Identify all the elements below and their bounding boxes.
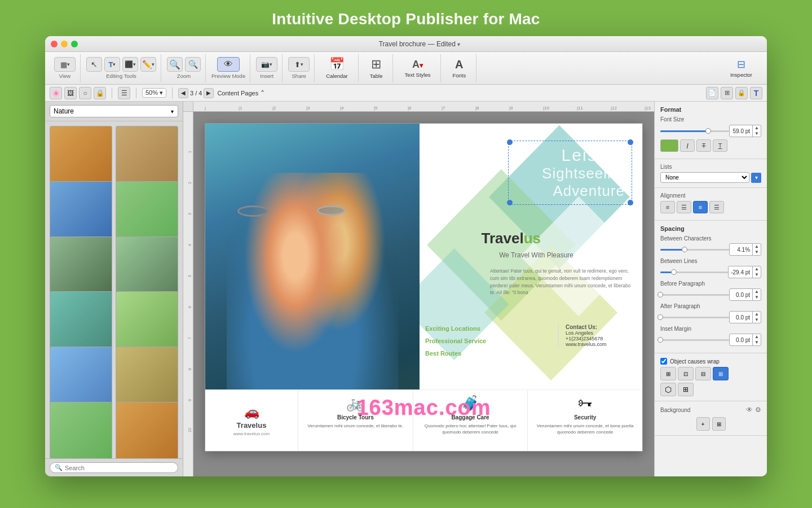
lock-icon-btn[interactable]: 🔒 bbox=[735, 87, 748, 99]
calendar-button[interactable]: 📅 Calendar bbox=[320, 56, 354, 80]
font-size-down[interactable]: ▼ bbox=[752, 131, 761, 137]
inset-margin-stepper[interactable]: 0.0 pt ▲ ▼ bbox=[729, 334, 761, 346]
minimize-button[interactable] bbox=[61, 41, 68, 47]
wrap-inline-btn[interactable]: ⊞ bbox=[660, 367, 676, 380]
chars-up[interactable]: ▲ bbox=[752, 244, 761, 249]
between-chars-stepper[interactable]: 4.1% ▲ ▼ bbox=[729, 243, 761, 256]
font-size-up[interactable]: ▲ bbox=[752, 125, 761, 131]
prev-page-button[interactable]: ◀ bbox=[178, 88, 188, 98]
zoom-in-button[interactable]: 🔍 bbox=[167, 57, 183, 72]
wrap-top-btn[interactable]: ⊟ bbox=[695, 367, 711, 380]
text-tool-button[interactable]: T ▾ bbox=[104, 57, 120, 72]
inspector-button[interactable]: ⊟ Inspector bbox=[725, 57, 758, 79]
canvas-area[interactable]: | |1 |2 |3 |4 |5 |6 |7 |8 |9 |10 |11 |12… bbox=[183, 102, 654, 476]
background-visibility-btn[interactable]: 👁 bbox=[746, 406, 753, 414]
lists-section: Lists None ▾ bbox=[655, 159, 767, 188]
font-size-stepper[interactable]: 59.0 pt ▲ ▼ bbox=[729, 125, 761, 137]
lock-media-btn[interactable]: 🔒 bbox=[94, 87, 106, 99]
contact-section: Contact Us: Los Angeles +1(234)2345678 w… bbox=[558, 324, 634, 347]
text-format-icon-btn[interactable]: T bbox=[750, 87, 762, 99]
handle-br bbox=[507, 200, 513, 205]
bg-btn2[interactable]: ⊞ bbox=[712, 417, 726, 431]
before-down[interactable]: ▼ bbox=[752, 295, 761, 300]
shape-tool-button[interactable]: ⬛ ▾ bbox=[122, 57, 138, 72]
text-styles-button[interactable]: A▾ Text Styles bbox=[399, 58, 436, 79]
category-select[interactable]: Nature bbox=[50, 105, 178, 117]
between-chars-slider[interactable] bbox=[660, 249, 729, 251]
align-justify-btn[interactable]: ☰ bbox=[709, 201, 724, 213]
thumbnail-12[interactable] bbox=[116, 402, 178, 458]
icon1-desc: Verumtamen mihi unum concede, et liberab… bbox=[307, 423, 403, 429]
italic-btn[interactable]: I bbox=[680, 139, 695, 152]
before-para-slider[interactable] bbox=[660, 294, 729, 296]
insert-button[interactable]: 📷 ▾ bbox=[256, 57, 277, 72]
feature2: Professional Service bbox=[425, 335, 486, 347]
inset-down[interactable]: ▼ bbox=[752, 340, 761, 345]
wrap-extra2-btn[interactable]: ⊞ bbox=[678, 383, 694, 396]
zoom-out-button[interactable]: 🔍 bbox=[185, 57, 201, 72]
between-lines-slider[interactable] bbox=[660, 271, 728, 273]
next-page-button[interactable]: ▶ bbox=[204, 88, 214, 98]
lines-down[interactable]: ▼ bbox=[752, 272, 761, 278]
content-pages-button[interactable]: Content Pages ⌃ bbox=[217, 89, 265, 97]
underline-btn[interactable]: T bbox=[713, 139, 727, 152]
select-tool-button[interactable]: ↖ bbox=[86, 57, 102, 72]
pen-tool-button[interactable]: ✏️▾ bbox=[140, 57, 156, 72]
shape-media-btn[interactable]: ○ bbox=[79, 87, 91, 99]
watermark: 163mac.com bbox=[356, 396, 491, 420]
list-view-btn[interactable]: ☰ bbox=[118, 87, 130, 99]
lists-select[interactable]: None bbox=[660, 172, 749, 183]
handle-tl bbox=[628, 139, 633, 145]
wrap-right-btn[interactable]: ⊞ bbox=[713, 367, 729, 380]
chars-down[interactable]: ▼ bbox=[752, 249, 761, 255]
search-input[interactable] bbox=[65, 465, 173, 471]
share-button[interactable]: ⬆ ▾ bbox=[288, 57, 310, 72]
after-para-stepper[interactable]: 0.0 pt ▲ ▼ bbox=[729, 311, 761, 323]
search-bar: 🔍 bbox=[50, 462, 178, 473]
lists-dropdown-btn[interactable]: ▾ bbox=[751, 173, 761, 183]
wrap-extra1-btn[interactable]: ⬡ bbox=[660, 383, 676, 396]
after-para-slider[interactable] bbox=[660, 317, 729, 318]
after-down[interactable]: ▼ bbox=[752, 317, 761, 323]
before-para-stepper[interactable]: 0.0 pt ▲ ▼ bbox=[729, 288, 761, 301]
font-size-label: Font Size bbox=[660, 116, 761, 122]
layout-icon-btn[interactable]: ⊞ bbox=[721, 87, 733, 99]
view-button[interactable]: ▦ ▾ bbox=[54, 57, 76, 72]
fullscreen-button[interactable] bbox=[71, 41, 78, 47]
fonts-button[interactable]: A Fonts bbox=[447, 57, 471, 80]
preview-mode-button[interactable]: 👁 bbox=[217, 57, 240, 72]
between-lines-stepper[interactable]: -29.4 pt ▲ ▼ bbox=[728, 266, 761, 278]
bg-btn1[interactable]: + bbox=[696, 417, 710, 431]
background-settings-btn[interactable]: ⚙ bbox=[755, 406, 761, 414]
calendar-group: 📅 Calendar bbox=[316, 54, 359, 82]
align-right-btn[interactable]: ≡ bbox=[693, 201, 708, 213]
align-left-btn[interactable]: ≡ bbox=[660, 201, 675, 213]
editing-tools-label: Editing Tools bbox=[106, 73, 136, 79]
close-button[interactable] bbox=[51, 41, 58, 47]
zoom-display[interactable]: 50% ▾ bbox=[142, 88, 166, 98]
zoom-group: 🔍 🔍 Zoom bbox=[162, 54, 206, 82]
color-swatch[interactable] bbox=[660, 139, 678, 152]
lines-up[interactable]: ▲ bbox=[752, 266, 761, 272]
logo-section: 🚗 Travelus www.travelus.com bbox=[205, 390, 298, 451]
inset-up[interactable]: ▲ bbox=[752, 334, 761, 340]
font-size-slider[interactable] bbox=[660, 130, 729, 132]
sidebar-header: Nature ▾ bbox=[45, 102, 183, 121]
inset-margin-slider[interactable] bbox=[660, 339, 729, 341]
object-wrap-checkbox[interactable] bbox=[660, 358, 667, 365]
image-media-btn[interactable]: 🌸 bbox=[50, 87, 62, 99]
spacing-section: Spacing Between Characters 4.1% ▲ bbox=[655, 221, 767, 353]
strikethrough-btn[interactable]: T bbox=[696, 139, 711, 152]
contact-web: www.travelus.com bbox=[566, 341, 634, 347]
photo-media-btn[interactable]: 🖼 bbox=[64, 87, 77, 99]
wrap-square-btn[interactable]: ⊡ bbox=[678, 367, 694, 380]
align-center-btn[interactable]: ☰ bbox=[677, 201, 691, 213]
before-up[interactable]: ▲ bbox=[752, 289, 761, 295]
feature3: Best Routes bbox=[425, 347, 486, 360]
thumbnail-11[interactable] bbox=[50, 402, 112, 458]
icon3-name: Security bbox=[574, 414, 596, 421]
after-up[interactable]: ▲ bbox=[752, 312, 761, 317]
doc-icon-btn[interactable]: 📄 bbox=[706, 87, 718, 99]
table-button[interactable]: ⊞ Table bbox=[364, 56, 389, 80]
selected-text-box[interactable]: Leisure Sightseeing Adventure bbox=[508, 141, 632, 205]
